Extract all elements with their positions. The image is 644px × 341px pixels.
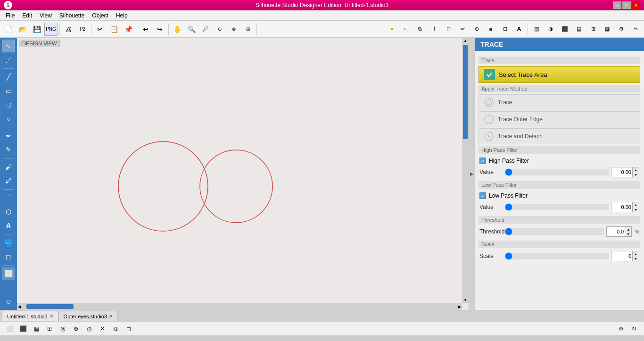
sketch-btn[interactable]: ✏ bbox=[456, 23, 469, 36]
fill-btn[interactable]: ▨ bbox=[530, 23, 543, 36]
select-tool[interactable]: ↖ bbox=[2, 40, 15, 52]
trace-method-detach[interactable]: Trace and Detach bbox=[479, 128, 640, 144]
panel-collapse-handle[interactable]: ▶ bbox=[469, 38, 474, 310]
tab-outer-eyes[interactable]: Outer eyes.studio3 ✕ bbox=[58, 311, 118, 321]
grid-view-btn[interactable]: ⊞ bbox=[586, 23, 600, 36]
eraser-btn[interactable]: ◻ bbox=[442, 23, 455, 36]
v-scroll-thumb[interactable] bbox=[463, 45, 468, 139]
bottom-btn-7[interactable]: ◷ bbox=[83, 323, 95, 334]
bottom-btn-2[interactable]: ⬛ bbox=[17, 323, 29, 334]
ellipse-tool[interactable]: ○ bbox=[2, 112, 15, 125]
minimize-button[interactable]: ─ bbox=[613, 1, 621, 9]
scroll-right-btn[interactable]: ▶ bbox=[457, 304, 462, 310]
zoom-fit2-button[interactable]: ⊗ bbox=[227, 23, 240, 36]
high-pass-spin-up[interactable]: ▲ bbox=[632, 167, 639, 172]
bottom-btn-8[interactable]: ✕ bbox=[96, 323, 108, 334]
menu-silhouette[interactable]: Silhouette bbox=[56, 11, 88, 20]
low-pass-checkbox[interactable]: ✓ bbox=[479, 192, 486, 199]
paste-button[interactable]: 📌 bbox=[122, 23, 135, 36]
scale-slider[interactable] bbox=[505, 253, 609, 259]
threshold-value-input[interactable] bbox=[607, 227, 625, 236]
arc-tool[interactable]: ⌒ bbox=[2, 191, 15, 204]
scroll-down-btn[interactable]: ▼ bbox=[462, 297, 468, 303]
fill-tool[interactable]: 🪣 bbox=[2, 236, 15, 249]
low-pass-spin-up[interactable]: ▲ bbox=[632, 202, 639, 207]
scroll-up-btn[interactable]: ▲ bbox=[462, 38, 468, 44]
transform-btn[interactable]: ⊕ bbox=[470, 23, 483, 36]
rect-tool[interactable]: ▭ bbox=[2, 84, 15, 97]
tab-untitled-close[interactable]: ✕ bbox=[50, 314, 53, 319]
tab-untitled[interactable]: Untitled-1.studio3 ✕ bbox=[2, 311, 58, 321]
save-png-button[interactable]: PNG bbox=[44, 23, 58, 36]
brush-tool[interactable]: 🖌 bbox=[2, 160, 15, 173]
high-pass-value-input[interactable] bbox=[611, 167, 632, 177]
bottom-btn-10[interactable]: ◻ bbox=[123, 323, 135, 334]
menu-object[interactable]: Object bbox=[88, 11, 112, 20]
line-tool[interactable]: ╱ bbox=[2, 71, 15, 83]
threshold-spin-down[interactable]: ▼ bbox=[625, 232, 631, 236]
bottom-btn-1[interactable]: ⬜ bbox=[4, 323, 16, 334]
panel-btn[interactable]: ▦ bbox=[601, 23, 614, 36]
layers-tool[interactable]: ≡ bbox=[2, 281, 15, 294]
scale-spin-up[interactable]: ▲ bbox=[632, 251, 639, 256]
scale-value-input[interactable] bbox=[611, 251, 632, 261]
close-button[interactable]: ✕ bbox=[632, 1, 640, 9]
scroll-left-btn[interactable]: ◀ bbox=[17, 304, 22, 310]
high-pass-checkbox[interactable]: ✓ bbox=[479, 158, 486, 164]
bottom-btn-3[interactable]: ▦ bbox=[30, 323, 42, 334]
eraser-tool[interactable]: ◻ bbox=[2, 250, 15, 263]
color-btn[interactable]: ⬛ bbox=[558, 23, 571, 36]
save-button[interactable]: 💾 bbox=[30, 23, 43, 36]
settings-btn2[interactable]: ⚙ bbox=[615, 23, 628, 36]
low-pass-value-input[interactable] bbox=[611, 202, 632, 212]
bottom-btn-6[interactable]: ⊕ bbox=[70, 323, 82, 334]
menu-view[interactable]: View bbox=[36, 11, 56, 20]
low-pass-spin-down[interactable]: ▼ bbox=[632, 207, 639, 212]
library-tool[interactable]: ☺ bbox=[2, 295, 15, 308]
print-button[interactable]: 🖨 bbox=[62, 23, 75, 36]
h-scroll-thumb[interactable] bbox=[26, 304, 74, 309]
calligraphy-tool[interactable]: 🖊 bbox=[2, 174, 15, 187]
bottom-btn-4[interactable]: ⊞ bbox=[43, 323, 56, 334]
pen-tool[interactable]: ✒ bbox=[2, 129, 15, 142]
high-pass-slider[interactable] bbox=[505, 169, 609, 175]
pencil-tool[interactable]: ✎ bbox=[2, 143, 15, 156]
refresh-btn[interactable]: ↻ bbox=[628, 323, 640, 334]
bottom-btn-9[interactable]: ⧉ bbox=[109, 323, 122, 334]
crop-tool[interactable]: ⬜ bbox=[2, 267, 15, 280]
text-btn[interactable]: A bbox=[512, 23, 526, 36]
low-pass-slider[interactable] bbox=[505, 204, 609, 210]
tab-outer-eyes-close[interactable]: ✕ bbox=[109, 314, 113, 319]
vertical-scrollbar[interactable]: ▲ ▼ bbox=[462, 38, 469, 303]
zoom-grid-button[interactable]: ⊞ bbox=[241, 23, 255, 36]
threshold-spin-up[interactable]: ▲ bbox=[625, 227, 631, 232]
menu-file[interactable]: File bbox=[2, 11, 18, 20]
replicate-btn[interactable]: ⧉ bbox=[413, 23, 427, 36]
node-tool[interactable]: ⋰ bbox=[2, 53, 15, 66]
menu-edit[interactable]: Edit bbox=[18, 11, 36, 20]
threshold-slider[interactable] bbox=[505, 228, 604, 235]
new-button[interactable]: 📄 bbox=[2, 23, 15, 36]
polygon-tool[interactable]: ⬡ bbox=[2, 205, 15, 218]
redo-button[interactable]: ↪ bbox=[153, 23, 166, 36]
horizontal-scrollbar[interactable]: ◀ ▶ bbox=[17, 303, 462, 310]
maximize-button[interactable]: □ bbox=[622, 1, 631, 9]
trace-method-trace[interactable]: Trace bbox=[479, 94, 640, 110]
zoom-in-button[interactable]: 🔍 bbox=[185, 23, 198, 36]
weld-btn[interactable]: ⊂ bbox=[399, 23, 413, 36]
select-trace-area-button[interactable]: Select Trace Area bbox=[479, 66, 640, 83]
cut2-btn[interactable]: ✂ bbox=[629, 23, 642, 36]
scale-spin-down[interactable]: ▼ bbox=[632, 256, 639, 261]
open-button[interactable]: 📂 bbox=[16, 23, 29, 36]
menu-help[interactable]: Help bbox=[112, 11, 132, 20]
bottom-btn-5[interactable]: ◎ bbox=[57, 323, 69, 334]
align-btn[interactable]: ≡ bbox=[484, 23, 497, 36]
roundrect-tool[interactable]: ▢ bbox=[2, 99, 15, 111]
knife-btn[interactable]: ⌇ bbox=[428, 23, 441, 36]
cut-button[interactable]: ✂ bbox=[93, 23, 107, 36]
high-pass-spin-down[interactable]: ▼ bbox=[632, 172, 639, 177]
zoom-out-button[interactable]: 🔎 bbox=[199, 23, 212, 36]
settings-gear-btn[interactable]: ⚙ bbox=[615, 323, 627, 334]
trace-icon-btn[interactable]: ✦ bbox=[385, 23, 398, 36]
copy-button[interactable]: 📋 bbox=[107, 23, 121, 36]
